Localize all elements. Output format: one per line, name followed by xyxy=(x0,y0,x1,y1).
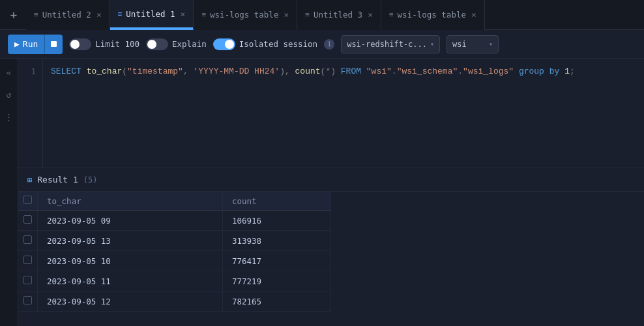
table-row: 2023-09-05 12 782165 xyxy=(18,291,331,312)
cell-count-1: 313938 xyxy=(222,231,330,251)
col-count-header: count xyxy=(222,192,330,211)
result-header: ⊞ Result 1 (5) xyxy=(18,168,644,192)
info-icon[interactable]: i xyxy=(324,39,334,50)
result-panel: ⊞ Result 1 (5) to_char count xyxy=(18,168,644,326)
limit-label: Limit 100 xyxy=(95,39,139,49)
tab-icon-untitled2: ≡ xyxy=(34,10,38,19)
col-checkbox-header xyxy=(18,192,38,211)
cell-checkbox-4 xyxy=(18,291,38,312)
db-chevron-icon: ▾ xyxy=(489,40,493,48)
tab-bar: + ≡ Untitled 2 × ≡ Untitled 1 × ≡ wsi-lo… xyxy=(0,0,644,30)
more-icon[interactable]: ⋮ xyxy=(2,110,16,124)
explain-toggle-group: Explain xyxy=(146,38,207,50)
tab-close-untitled3[interactable]: × xyxy=(368,10,373,19)
table-row: 2023-09-05 10 776417 xyxy=(18,251,331,271)
row-checkbox-1[interactable] xyxy=(23,235,32,244)
select-all-checkbox[interactable] xyxy=(23,196,32,204)
tab-label-wsi-logs-1: wsi-logs table xyxy=(210,10,278,20)
cell-checkbox-0 xyxy=(18,211,38,231)
content-area: 1 SELECT to_char("timestamp", 'YYYY-MM-D… xyxy=(18,59,644,326)
table-header-row: to_char count xyxy=(18,192,331,211)
left-panel: « ↺ ⋮ xyxy=(0,59,18,326)
tab-wsi-logs-1[interactable]: ≡ wsi-logs table × xyxy=(194,0,297,30)
connection-chevron-icon: ▾ xyxy=(430,40,434,48)
row-checkbox-3[interactable] xyxy=(23,276,32,284)
collapse-icon[interactable]: « xyxy=(2,65,16,80)
row-checkbox-0[interactable] xyxy=(23,215,32,224)
run-button[interactable]: ▶ Run xyxy=(8,35,63,54)
main-layout: « ↺ ⋮ 1 SELECT to_char("timestamp", 'YYY… xyxy=(0,59,644,326)
cell-to-char-2: 2023-09-05 10 xyxy=(38,251,223,271)
table-row: 2023-09-05 11 777219 xyxy=(18,271,331,291)
tab-label-untitled2: Untitled 2 xyxy=(42,10,91,20)
cell-to-char-0: 2023-09-05 09 xyxy=(38,211,223,231)
toolbar: ▶ Run Limit 100 Explain Isolated session… xyxy=(0,30,644,59)
line-number-1: 1 xyxy=(18,65,42,78)
cell-count-2: 776417 xyxy=(222,251,330,271)
tab-close-untitled1[interactable]: × xyxy=(181,10,186,18)
result-tbody: 2023-09-05 09 106916 2023-09-05 13 31393… xyxy=(18,211,331,312)
tab-untitled1[interactable]: ≡ Untitled 1 × xyxy=(110,0,194,30)
stop-icon xyxy=(51,41,57,47)
tab-label-wsi-logs-2: wsi-logs table xyxy=(398,10,466,20)
col-to-char-header: to_char xyxy=(38,192,223,211)
tab-label-untitled1: Untitled 1 xyxy=(126,9,175,19)
result-count: (5) xyxy=(83,175,98,185)
limit-toggle[interactable] xyxy=(69,38,91,50)
isolated-label: Isolated session xyxy=(239,39,317,49)
tab-label-untitled3: Untitled 3 xyxy=(314,10,362,20)
result-table: to_char count 2023-09-05 09 106916 2023-… xyxy=(18,192,331,312)
result-title: Result 1 xyxy=(37,175,78,185)
tab-icon-wsi-logs-1: ≡ xyxy=(201,10,206,19)
database-dropdown[interactable]: wsi ▾ xyxy=(446,35,499,53)
tab-untitled2[interactable]: ≡ Untitled 2 × xyxy=(26,0,110,30)
tab-close-wsi-logs-1[interactable]: × xyxy=(284,10,289,19)
limit-toggle-group: Limit 100 xyxy=(69,38,139,50)
cell-count-4: 782165 xyxy=(222,291,330,312)
isolated-toggle[interactable] xyxy=(213,38,235,50)
code-editor[interactable]: SELECT to_char("timestamp", 'YYYY-MM-DD … xyxy=(43,59,644,168)
row-checkbox-4[interactable] xyxy=(23,296,32,304)
cell-checkbox-3 xyxy=(18,271,38,291)
tab-wsi-logs-2[interactable]: ≡ wsi-logs table × xyxy=(381,0,485,30)
tab-close-wsi-logs-2[interactable]: × xyxy=(471,10,476,19)
cell-count-3: 777219 xyxy=(222,271,330,291)
cell-checkbox-1 xyxy=(18,231,38,251)
table-icon: ⊞ xyxy=(27,175,32,185)
row-checkbox-2[interactable] xyxy=(23,256,32,264)
tab-icon-untitled3: ≡ xyxy=(305,10,310,19)
run-play[interactable]: ▶ Run xyxy=(8,35,44,54)
explain-toggle[interactable] xyxy=(146,38,168,50)
table-row: 2023-09-05 09 106916 xyxy=(18,211,331,231)
play-icon: ▶ xyxy=(14,39,20,49)
tab-close-untitled2[interactable]: × xyxy=(96,10,102,19)
cell-to-char-3: 2023-09-05 11 xyxy=(38,271,223,291)
cell-count-0: 106916 xyxy=(222,211,330,231)
cell-to-char-1: 2023-09-05 13 xyxy=(38,231,223,251)
tab-icon-wsi-logs-2: ≡ xyxy=(389,10,394,19)
cell-to-char-4: 2023-09-05 12 xyxy=(38,291,223,312)
run-stop[interactable] xyxy=(44,35,63,54)
isolated-toggle-group: Isolated session xyxy=(213,38,317,50)
run-label: Run xyxy=(23,39,38,49)
tab-icon-untitled1: ≡ xyxy=(118,10,123,18)
editor-area: 1 SELECT to_char("timestamp", 'YYYY-MM-D… xyxy=(18,59,644,168)
tab-untitled3[interactable]: ≡ Untitled 3 × xyxy=(297,0,381,30)
table-row: 2023-09-05 13 313938 xyxy=(18,231,331,251)
explain-label: Explain xyxy=(172,39,207,49)
line-numbers: 1 xyxy=(18,59,43,168)
database-value: wsi xyxy=(452,40,467,49)
cell-checkbox-2 xyxy=(18,251,38,271)
new-tab-button[interactable]: + xyxy=(4,5,23,25)
connection-dropdown[interactable]: wsi-redshift-c... ▾ xyxy=(341,35,440,53)
refresh-icon[interactable]: ↺ xyxy=(2,87,16,102)
connection-value: wsi-redshift-c... xyxy=(347,40,427,49)
result-table-wrap[interactable]: to_char count 2023-09-05 09 106916 2023-… xyxy=(18,192,644,326)
